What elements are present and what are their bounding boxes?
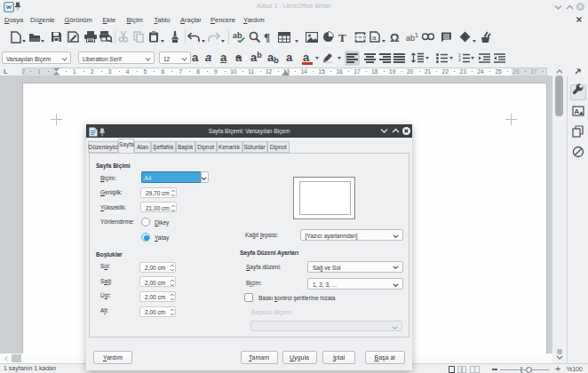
- svg-text:ab: ab: [233, 31, 242, 40]
- svg-text:1: 1: [415, 32, 418, 38]
- svg-text:a: a: [372, 34, 377, 42]
- svg-text:2: 2: [458, 57, 461, 62]
- svg-text:Ω: Ω: [390, 31, 399, 43]
- svg-text:T: T: [338, 32, 346, 43]
- svg-text:ab: ab: [406, 34, 415, 43]
- svg-text:¶: ¶: [264, 31, 270, 43]
- svg-text:A: A: [575, 107, 580, 115]
